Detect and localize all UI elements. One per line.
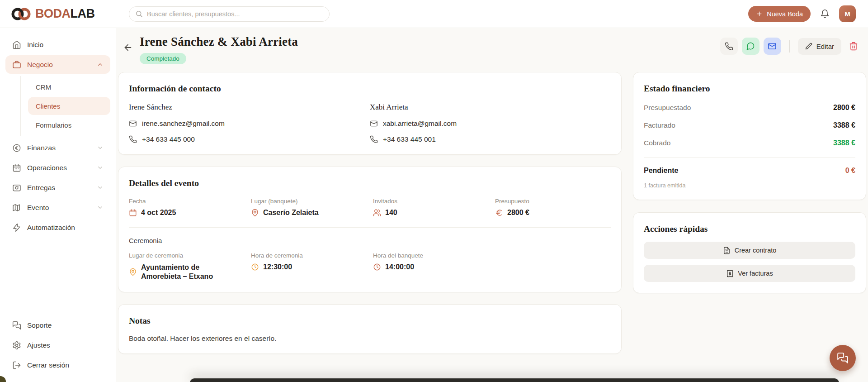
logout-icon bbox=[12, 361, 21, 370]
email-row[interactable]: xabi.arrieta@gmail.com bbox=[370, 119, 611, 128]
sidebar-item-clientes[interactable]: Clientes bbox=[28, 97, 110, 115]
sidebar-item-label: Cerrar sesión bbox=[27, 361, 69, 369]
field-label: Lugar (banquete) bbox=[251, 198, 367, 205]
field-value: 2800 € bbox=[507, 209, 529, 217]
field-value: Caserío Zelaieta bbox=[263, 209, 319, 217]
field-label: Presupuesto bbox=[495, 198, 611, 205]
field-label: Hora de ceremonia bbox=[251, 252, 367, 259]
chevron-down-icon bbox=[97, 144, 104, 151]
contact-person: Irene Sánchez irene.sanchez@gmail.com + bbox=[129, 103, 370, 143]
brand-logo[interactable]: BODALAB bbox=[0, 0, 116, 28]
map-pin-icon bbox=[251, 209, 259, 217]
financial-rows: Presupuestado 2800 € Facturado 3388 € Co… bbox=[644, 104, 855, 147]
row-label: Cobrado bbox=[644, 139, 670, 147]
sidebar-item-cerrar-sesion[interactable]: Cerrar sesión bbox=[5, 356, 110, 374]
header-actions: Nueva Boda M bbox=[748, 5, 868, 22]
sidebar-item-label: Clientes bbox=[36, 102, 60, 110]
sidebar-item-crm[interactable]: CRM bbox=[28, 78, 110, 96]
record-actions: Editar bbox=[720, 38, 861, 55]
clock-icon bbox=[373, 263, 381, 271]
whatsapp-button[interactable] bbox=[742, 38, 760, 55]
event-field-lugar-banquete: Lugar (banquete) Caserío Zelaieta bbox=[251, 198, 367, 217]
search-input[interactable] bbox=[147, 10, 323, 18]
ceremony-field-hora-ceremonia: Hora de ceremonia 12:30:00 bbox=[251, 252, 367, 281]
calendar-icon bbox=[129, 209, 137, 217]
pencil-icon bbox=[805, 43, 812, 50]
email-value: irene.sanchez@gmail.com bbox=[142, 119, 225, 128]
actions-divider bbox=[789, 40, 790, 53]
sidebar-item-operaciones[interactable]: Operaciones bbox=[5, 158, 110, 177]
sidebar-item-inicio[interactable]: Inicio bbox=[5, 35, 110, 54]
field-value: 14:00:00 bbox=[385, 263, 414, 271]
sidebar: Inicio Negocio CRM Clientes Formularios … bbox=[0, 28, 116, 382]
chat-fab-button[interactable] bbox=[830, 345, 856, 371]
sidebar-item-negocio[interactable]: Negocio bbox=[5, 55, 110, 74]
bell-icon[interactable] bbox=[820, 9, 830, 19]
brand-name: BODALAB bbox=[35, 7, 95, 21]
chat-bubble-icon bbox=[746, 42, 755, 51]
sidebar-item-automatizacion[interactable]: Automatización bbox=[5, 218, 110, 237]
field-value: 4 oct 2025 bbox=[141, 209, 176, 217]
chevron-up-icon bbox=[97, 61, 104, 68]
receipt-icon bbox=[726, 270, 734, 277]
sidebar-item-finanzas[interactable]: Finanzas bbox=[5, 138, 110, 157]
sidebar-item-label: Ajustes bbox=[27, 341, 50, 349]
edit-button[interactable]: Editar bbox=[798, 38, 841, 55]
chevron-down-icon bbox=[97, 184, 104, 191]
view-invoices-button[interactable]: Ver facturas bbox=[644, 265, 855, 282]
email-value: xabi.arrieta@gmail.com bbox=[383, 119, 457, 128]
quick-actions-heading: Acciones rápidas bbox=[644, 224, 855, 234]
email-button[interactable] bbox=[764, 38, 781, 55]
notes-heading: Notas bbox=[129, 316, 611, 326]
bottom-sheet-edge[interactable] bbox=[190, 378, 839, 382]
euro-circle-icon bbox=[12, 143, 21, 153]
ceremony-heading: Ceremonia bbox=[129, 237, 611, 244]
phone-icon bbox=[370, 135, 378, 143]
contact-card-heading: Información de contacto bbox=[129, 84, 611, 94]
delete-button[interactable] bbox=[846, 39, 861, 53]
invoice-count-note: 1 factura emitida bbox=[644, 182, 855, 189]
global-search[interactable] bbox=[129, 6, 330, 22]
financial-divider bbox=[644, 157, 855, 158]
sidebar-item-evento[interactable]: Evento bbox=[5, 198, 110, 217]
field-value: 12:30:00 bbox=[263, 263, 292, 271]
quick-actions-buttons: Crear contrato Ver facturas bbox=[644, 242, 855, 282]
mail-icon bbox=[370, 119, 378, 128]
new-wedding-button[interactable]: Nueva Boda bbox=[748, 6, 811, 22]
sidebar-item-label: Inicio bbox=[27, 41, 43, 49]
search-icon bbox=[135, 10, 143, 18]
content-columns: Información de contacto Irene Sánchez ir… bbox=[118, 72, 866, 354]
avatar[interactable]: M bbox=[839, 5, 856, 22]
back-button[interactable] bbox=[121, 41, 135, 54]
notes-text: Boda otoñal. Hacer los exteriores en el … bbox=[129, 334, 611, 343]
page-title: Irene Sánchez & Xabi Arrieta bbox=[140, 35, 298, 49]
sidebar-item-formularios[interactable]: Formularios bbox=[28, 116, 110, 134]
create-contract-button[interactable]: Crear contrato bbox=[644, 242, 855, 259]
map-icon bbox=[12, 203, 21, 212]
sidebar-item-label: CRM bbox=[36, 83, 51, 91]
messages-icon bbox=[837, 352, 849, 364]
event-fields-row: Fecha 4 oct 2025 Lugar (banquete) bbox=[129, 198, 611, 217]
row-value: 3388 € bbox=[833, 139, 855, 147]
financial-card: Estado financiero Presupuestado 2800 € F… bbox=[633, 72, 866, 200]
call-button[interactable] bbox=[720, 38, 738, 55]
sidebar-item-ajustes[interactable]: Ajustes bbox=[5, 336, 110, 354]
mail-icon bbox=[129, 119, 137, 128]
row-label: Pendiente bbox=[644, 167, 678, 175]
file-text-icon bbox=[723, 247, 731, 254]
sidebar-item-entregas[interactable]: Entregas bbox=[5, 178, 110, 197]
email-row[interactable]: irene.sanchez@gmail.com bbox=[129, 119, 370, 128]
event-details-card: Detalles del evento Fecha 4 oct 2025 Lug… bbox=[118, 167, 622, 292]
phone-row[interactable]: +34 633 445 001 bbox=[370, 135, 611, 143]
euro-icon bbox=[495, 209, 503, 217]
sidebar-item-soporte[interactable]: Soporte bbox=[5, 316, 110, 334]
sidebar-item-label: Evento bbox=[27, 204, 49, 212]
main-content: Irene Sánchez & Xabi Arrieta Completado bbox=[116, 28, 868, 382]
phone-row[interactable]: +34 633 445 000 bbox=[129, 135, 370, 143]
sidebar-item-label: Soporte bbox=[27, 321, 52, 329]
phone-value: +34 633 445 001 bbox=[383, 135, 436, 143]
field-label: Hora del banquete bbox=[373, 252, 489, 259]
top-header: BODALAB Nueva Boda M bbox=[0, 0, 868, 28]
gear-icon bbox=[12, 341, 21, 350]
field-label: Invitados bbox=[373, 198, 489, 205]
